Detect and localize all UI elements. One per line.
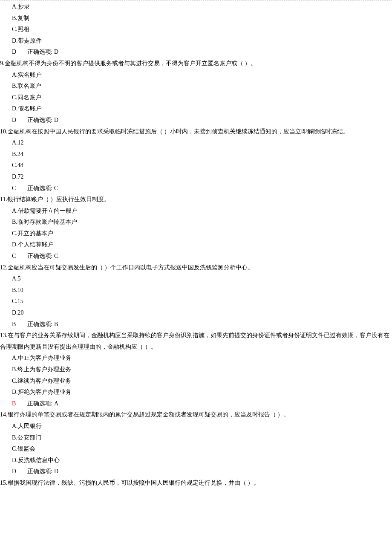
option: A.实名账户: [12, 69, 392, 81]
option: C.照相: [12, 24, 392, 35]
option: A.中止为客户办理业务: [12, 353, 392, 364]
answer-line: C 正确选项: C: [12, 251, 392, 262]
given-answer: D: [12, 46, 24, 58]
correct-answer-label: 正确选项: C: [27, 185, 58, 191]
option: B.联名账户: [12, 81, 392, 92]
option: A.5: [12, 273, 392, 285]
option: B.终止为客户办理业务: [12, 364, 392, 376]
option: D.72: [12, 171, 392, 183]
answer-line: B 正确选项: B: [12, 319, 392, 330]
option: A.人民银行: [12, 421, 392, 432]
correct-answer-label: 正确选项: A: [27, 400, 59, 407]
option: B.公安部门: [12, 432, 392, 444]
question-text: 9.金融机构不得为身份不明的客户提供服务或者与其进行交易，不得为客户开立匿名账户…: [0, 58, 392, 69]
option: C.15: [12, 296, 392, 307]
option: D.拒绝为客户办理业务: [12, 387, 392, 398]
option: B.24: [12, 149, 392, 160]
option: A.抄录: [12, 1, 392, 13]
correct-answer-label: 正确选项: B: [27, 321, 58, 327]
given-answer: D: [12, 115, 24, 126]
option: D.20: [12, 307, 392, 319]
question-text: 12.金融机构应当在可疑交易发生后的（ ）个工作日内以电子方式报送中国反洗钱监测…: [0, 262, 392, 274]
correct-answer-label: 正确选项: D: [27, 117, 59, 123]
option: B.10: [12, 285, 392, 296]
question-13: 13.在与客户的业务关系存续期间，金融机构应当采取持续的客户身份识别措施，如果先…: [0, 330, 392, 409]
option: C.开立的基本户: [12, 228, 392, 240]
correct-answer-label: 正确选项: D: [27, 49, 59, 55]
given-answer: D: [12, 466, 24, 477]
option: A.借款需要开立的一般户: [12, 205, 392, 217]
question-10: 10.金融机构在按照中国人民银行的要求采取临时冻结措施后（ ）小时内，未接到侦查…: [0, 126, 392, 194]
question-text: 14.银行办理的单笔交易或者在规定期限内的累计交易超过规定金额或者发现可疑交易的…: [0, 409, 392, 421]
option: A.12: [12, 137, 392, 149]
given-answer-wrong: B: [12, 398, 24, 410]
option: B.复制: [12, 13, 392, 24]
question-8-tail: A.抄录 B.复制 C.照相 D.带走原件 D 正确选项: D: [0, 1, 392, 58]
question-text: 13.在与客户的业务关系存续期间，金融机构应当采取持续的客户身份识别措施，如果先…: [0, 330, 392, 353]
option: C.银监会: [12, 443, 392, 455]
option: C.同名账户: [12, 92, 392, 104]
option: D.带走原件: [12, 35, 392, 47]
option: C.48: [12, 160, 392, 171]
question-11: 11.银行结算账户（ ）应执行生效日制度。 A.借款需要开立的一般户 B.临时存…: [0, 194, 392, 262]
option: C.继续为客户办理业务: [12, 376, 392, 387]
option: D.个人结算账户: [12, 239, 392, 251]
answer-line: D 正确选项: D: [12, 466, 392, 477]
answer-line: B 正确选项: A: [12, 398, 392, 410]
question-text: 11.银行结算账户（ ）应执行生效日制度。: [0, 194, 392, 205]
question-15-head: 15.根据我国现行法律，残缺、污损的人民币，可以按照中国人民银行的规定进行兑换，…: [0, 477, 392, 489]
option: D.假名账户: [12, 103, 392, 115]
document-page: A.抄录 B.复制 C.照相 D.带走原件 D 正确选项: D 9.金融机构不得…: [0, 0, 392, 490]
question-text: 15.根据我国现行法律，残缺、污损的人民币，可以按照中国人民银行的规定进行兑换，…: [0, 477, 392, 489]
answer-line: D 正确选项: D: [12, 115, 392, 126]
question-12: 12.金融机构应当在可疑交易发生后的（ ）个工作日内以电子方式报送中国反洗钱监测…: [0, 262, 392, 330]
correct-answer-label: 正确选项: D: [27, 468, 59, 474]
question-9: 9.金融机构不得为身份不明的客户提供服务或者与其进行交易，不得为客户开立匿名账户…: [0, 58, 392, 126]
option: B.临时存款账户转基本户: [12, 217, 392, 228]
answer-line: C 正确选项: C: [12, 183, 392, 194]
question-14: 14.银行办理的单笔交易或者在规定期限内的累计交易超过规定金额或者发现可疑交易的…: [0, 409, 392, 477]
given-answer: C: [12, 183, 24, 194]
question-text: 10.金融机构在按照中国人民银行的要求采取临时冻结措施后（ ）小时内，未接到侦查…: [0, 126, 392, 138]
given-answer: C: [12, 251, 24, 262]
answer-line: D 正确选项: D: [12, 46, 392, 58]
correct-answer-label: 正确选项: C: [27, 253, 58, 259]
given-answer: B: [12, 319, 24, 330]
option: D.反洗钱信息中心: [12, 455, 392, 466]
